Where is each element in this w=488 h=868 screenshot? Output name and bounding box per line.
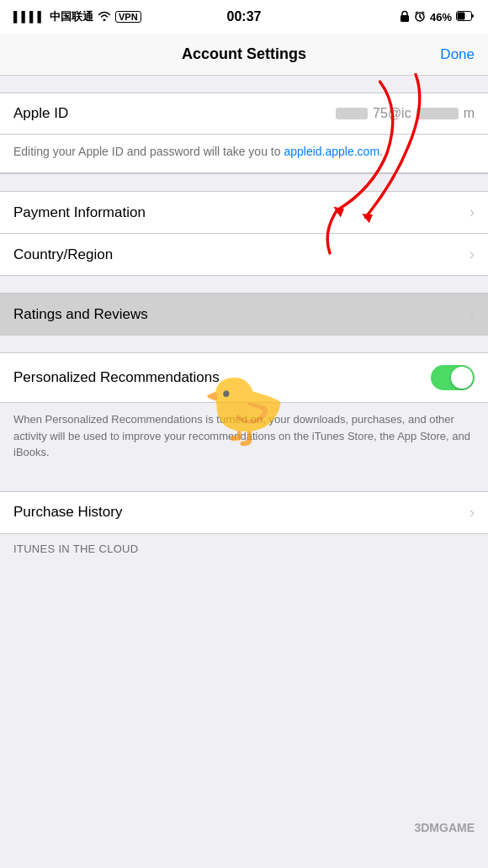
payment-chevron-icon: ›: [469, 204, 475, 221]
svg-line-4: [416, 12, 417, 13]
editing-note-text: Editing your Apple ID and password will …: [13, 145, 383, 158]
status-left: ▌▌▌▌ 中国联通 VPN: [13, 9, 141, 24]
personalized-toggle[interactable]: [431, 365, 475, 390]
nav-bar: Account Settings Done: [0, 34, 488, 76]
apple-id-row[interactable]: Apple ID 75@ic m: [0, 93, 488, 135]
ratings-reviews-label: Ratings and Reviews: [13, 306, 148, 323]
apple-id-section: Apple ID 75@ic m Editing your Apple ID a…: [0, 93, 488, 174]
lock-icon: [400, 10, 410, 24]
status-time: 00:37: [227, 9, 262, 24]
vpn-badge: VPN: [115, 11, 141, 23]
purchase-history-group: Purchase History ›: [0, 491, 488, 534]
apple-id-group: Apple ID 75@ic m Editing your Apple ID a…: [0, 93, 488, 174]
svg-line-5: [422, 12, 424, 13]
apple-id-description: Editing your Apple ID and password will …: [0, 135, 488, 173]
payment-information-label: Payment Information: [13, 204, 146, 221]
apple-id-value: 75@ic m: [336, 106, 475, 121]
payment-information-row[interactable]: Payment Information ›: [0, 192, 488, 234]
done-button[interactable]: Done: [440, 46, 475, 63]
battery-icon: [456, 11, 475, 24]
country-chevron-icon: ›: [469, 246, 475, 263]
apple-id-suffix: m: [464, 106, 475, 121]
ratings-chevron-icon: ›: [469, 305, 475, 323]
status-bar: ▌▌▌▌ 中国联通 VPN 00:37: [0, 0, 488, 34]
svg-rect-0: [400, 15, 409, 22]
signal-icon: ▌▌▌▌: [13, 11, 45, 23]
alarm-icon: [414, 10, 426, 24]
redacted-left: [336, 108, 368, 119]
svg-line-3: [420, 17, 422, 19]
wifi-icon: [98, 11, 111, 24]
personalized-recommendations-label: Personalized Recommendations: [13, 369, 220, 386]
carrier-label: 中国联通: [50, 9, 93, 24]
ratings-section: Ratings and Reviews ›: [0, 293, 488, 336]
page-wrapper: ▌▌▌▌ 中国联通 VPN 00:37: [0, 0, 488, 868]
ratings-reviews-row[interactable]: Ratings and Reviews ›: [0, 294, 488, 335]
mascot-watermark: 🐤: [202, 370, 286, 449]
apple-id-label-row: Apple ID 75@ic m: [13, 105, 475, 122]
svg-rect-7: [458, 12, 465, 19]
country-region-label: Country/Region: [13, 246, 113, 263]
purchase-history-row[interactable]: Purchase History ›: [0, 492, 488, 533]
battery-label: 46%: [430, 11, 452, 24]
purchase-history-chevron-icon: ›: [469, 504, 475, 521]
itunes-cloud-header: ITUNES IN THE CLOUD: [0, 537, 488, 560]
apple-id-text: Apple ID: [13, 105, 68, 122]
status-right: 46%: [400, 10, 475, 24]
payment-group: Payment Information › Country/Region ›: [0, 191, 488, 276]
purchase-history-section: Purchase History ›: [0, 491, 488, 534]
toggle-knob: [451, 367, 473, 389]
ratings-group: Ratings and Reviews ›: [0, 293, 488, 336]
apple-id-at: 75@ic: [373, 106, 411, 121]
nav-title: Account Settings: [182, 45, 306, 63]
country-region-row[interactable]: Country/Region ›: [0, 234, 488, 275]
watermark: 3DMGAME: [414, 821, 475, 834]
appleid-link[interactable]: appleid.apple.com: [284, 145, 379, 158]
purchase-history-label: Purchase History: [13, 504, 122, 521]
payment-section: Payment Information › Country/Region ›: [0, 191, 488, 276]
redacted-right: [416, 108, 459, 119]
